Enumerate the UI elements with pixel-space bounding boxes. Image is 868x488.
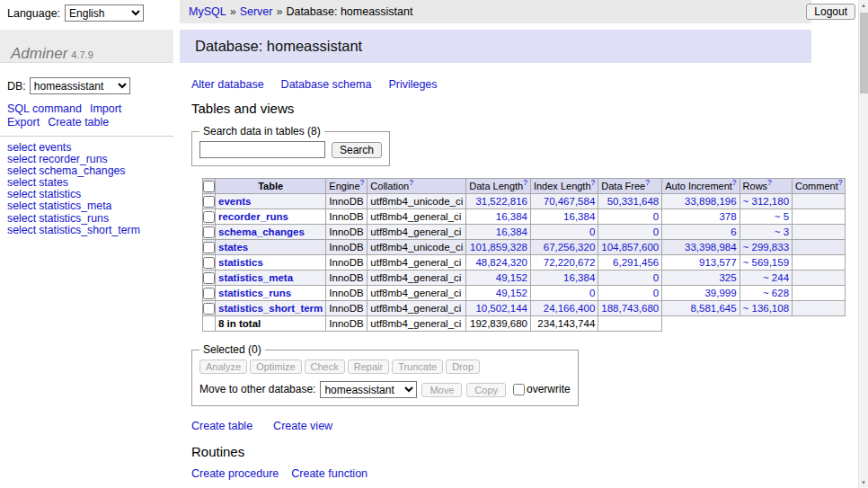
breadcrumb-server-link[interactable]: Server	[240, 5, 273, 18]
cell-data-free[interactable]: 6,291,456	[613, 257, 659, 268]
cell-data-length[interactable]: 16,384	[496, 211, 527, 222]
cell-data-free[interactable]: 0	[653, 226, 659, 237]
cell-auto-increment[interactable]: 325	[719, 272, 736, 283]
cell-index-length[interactable]: 67,256,320	[544, 242, 596, 253]
select-link[interactable]: select	[7, 164, 36, 177]
create-table-link[interactable]: Create table	[191, 420, 252, 432]
create-table-link[interactable]: Create table	[48, 116, 109, 129]
row-checkbox[interactable]	[203, 242, 215, 253]
select-link[interactable]: select	[7, 212, 36, 225]
scrollbar-thumb[interactable]	[860, 13, 868, 93]
cell-index-length[interactable]: 72,220,672	[544, 257, 596, 268]
check-button[interactable]: Check	[305, 359, 345, 374]
breadcrumb-mysql-link[interactable]: MySQL	[189, 5, 226, 18]
cell-rows[interactable]: ~ 628	[763, 288, 789, 298]
table-name-link[interactable]: schema_changes	[218, 226, 305, 237]
help-link[interactable]: ?	[523, 179, 527, 188]
help-link[interactable]: ?	[645, 179, 650, 188]
select-link[interactable]: select	[7, 153, 36, 165]
cell-data-length[interactable]: 49,152	[496, 272, 527, 283]
app-version[interactable]: 4.7.9	[71, 49, 93, 60]
create-procedure-link[interactable]: Create procedure	[191, 467, 279, 480]
sql-command-link[interactable]: SQL command	[7, 102, 82, 115]
table-name-link[interactable]: states	[218, 242, 248, 253]
cell-rows[interactable]: ~ 299,833	[743, 242, 789, 253]
table-link[interactable]: statistics_short_term	[39, 224, 140, 236]
cell-rows[interactable]: ~ 3	[775, 226, 789, 237]
table-link[interactable]: statistics	[39, 188, 81, 200]
cell-data-length[interactable]: 48,824,320	[475, 257, 527, 268]
cell-auto-increment[interactable]: 33,398,984	[685, 242, 737, 253]
row-checkbox[interactable]	[203, 272, 215, 284]
cell-auto-increment[interactable]: 6	[731, 226, 736, 237]
help-link[interactable]: ?	[732, 179, 737, 188]
create-function-link[interactable]: Create function	[291, 467, 368, 480]
row-checkbox[interactable]	[203, 196, 215, 208]
drop-button[interactable]: Drop	[446, 359, 480, 374]
cell-data-length[interactable]: 101,859,328	[470, 242, 527, 253]
row-checkbox[interactable]	[203, 288, 215, 299]
optimize-button[interactable]: Optimize	[250, 359, 301, 374]
cell-index-length[interactable]: 0	[589, 288, 595, 298]
cell-index-length[interactable]: 70,467,584	[544, 196, 596, 207]
select-link[interactable]: select	[7, 176, 36, 189]
cell-index-length[interactable]: 16,384	[563, 211, 595, 222]
import-link[interactable]: Import	[90, 102, 121, 115]
cell-rows[interactable]: ~ 5	[775, 211, 789, 222]
cell-data-free[interactable]: 0	[653, 211, 659, 222]
select-link[interactable]: select	[7, 141, 36, 154]
row-checkbox[interactable]	[203, 257, 215, 269]
select-link[interactable]: select	[7, 188, 36, 200]
cell-data-length[interactable]: 49,152	[496, 288, 527, 298]
help-link[interactable]: ?	[767, 179, 772, 188]
cell-data-free[interactable]: 0	[653, 288, 659, 298]
overwrite-checkbox[interactable]	[513, 384, 525, 395]
table-link[interactable]: states	[39, 176, 68, 189]
table-link[interactable]: statistics_meta	[39, 200, 111, 212]
select-link[interactable]: select	[7, 224, 36, 236]
cell-auto-increment[interactable]: 913,577	[699, 257, 737, 268]
help-link[interactable]: ?	[591, 179, 596, 188]
scrollbar[interactable]: ▲ ▼	[858, 0, 868, 488]
cell-data-free[interactable]: 104,857,600	[601, 242, 659, 253]
cell-data-length[interactable]: 10,502,144	[475, 303, 527, 314]
move-target-select[interactable]: homeassistant	[320, 381, 417, 398]
cell-auto-increment[interactable]: 39,999	[704, 288, 736, 298]
cell-index-length[interactable]: 16,384	[563, 272, 595, 283]
scroll-down-arrow[interactable]: ▼	[859, 477, 868, 488]
table-name-link[interactable]: statistics_runs	[218, 288, 291, 298]
cell-rows[interactable]: ~ 569,159	[743, 257, 789, 268]
help-link[interactable]: ?	[360, 179, 365, 188]
alter-database-link[interactable]: Alter database	[191, 78, 264, 91]
cell-data-free[interactable]: 50,331,648	[607, 196, 660, 207]
repair-button[interactable]: Repair	[348, 359, 389, 374]
table-name-link[interactable]: events	[218, 196, 251, 207]
table-link[interactable]: statistics_runs	[39, 212, 109, 225]
database-schema-link[interactable]: Database schema	[281, 78, 372, 91]
table-link[interactable]: schema_changes	[39, 164, 125, 177]
copy-button[interactable]: Copy	[466, 383, 506, 397]
table-link[interactable]: events	[39, 141, 71, 154]
app-name[interactable]: Adminer	[11, 45, 67, 62]
select-all-checkbox[interactable]	[203, 181, 215, 192]
cell-auto-increment[interactable]: 378	[719, 211, 736, 222]
search-input[interactable]	[199, 141, 325, 158]
truncate-button[interactable]: Truncate	[392, 359, 443, 374]
analyze-button[interactable]: Analyze	[199, 359, 247, 374]
cell-index-length[interactable]: 0	[589, 226, 595, 237]
select-link[interactable]: select	[7, 200, 36, 212]
cell-index-length[interactable]: 24,166,400	[544, 303, 596, 314]
cell-rows[interactable]: ~ 136,108	[743, 303, 789, 314]
logout-button[interactable]: Logout	[806, 4, 855, 20]
row-checkbox[interactable]	[203, 303, 215, 315]
cell-rows[interactable]: ~ 244	[763, 272, 789, 283]
cell-rows[interactable]: ~ 312,180	[743, 196, 789, 207]
table-link[interactable]: recorder_runs	[39, 153, 108, 165]
help-link[interactable]: ?	[838, 179, 843, 188]
search-button[interactable]: Search	[332, 142, 382, 158]
table-name-link[interactable]: statistics_short_term	[218, 303, 323, 314]
create-view-link[interactable]: Create view	[273, 420, 332, 432]
cell-auto-increment[interactable]: 8,581,645	[690, 303, 736, 314]
move-button[interactable]: Move	[421, 383, 462, 397]
row-checkbox[interactable]	[203, 226, 215, 238]
